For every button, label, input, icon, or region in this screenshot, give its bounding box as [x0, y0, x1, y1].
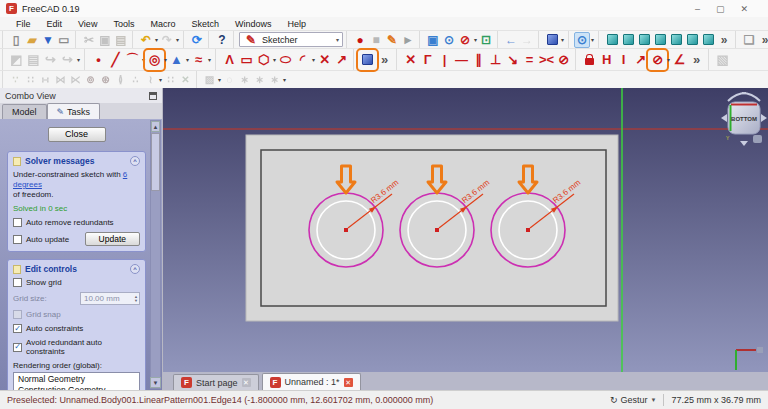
draw-style-icon[interactable]: ⊘ [457, 32, 473, 48]
3d-viewport[interactable]: R3.6 mmR3.6 mmR3.6 mm BOTTOM Y [163, 88, 768, 372]
constrain-distance-icon[interactable]: ↗ [632, 51, 649, 69]
create-rectangle-icon[interactable]: ▭ [238, 51, 255, 69]
rear-view-icon[interactable] [668, 32, 684, 48]
trim-edge-icon[interactable]: ✕ [316, 51, 333, 69]
bspline-polygon-icon[interactable]: ∷ [23, 72, 38, 87]
list-item[interactable]: Normal Geometry [18, 374, 135, 385]
switch-virtual-space-3-icon[interactable]: ∗ [267, 72, 282, 87]
sketch-plate-face[interactable] [246, 135, 618, 321]
constrain-equal-icon[interactable]: = [521, 51, 538, 69]
create-slot-icon[interactable]: ⬭ [277, 51, 294, 69]
scroll-thumb[interactable] [151, 133, 160, 191]
constrain-radius-icon-caret[interactable]: ▾ [667, 56, 670, 63]
constrain-horizontal-distance-icon[interactable]: H [598, 51, 615, 69]
list-item[interactable]: Construction Geometry [18, 385, 135, 390]
zoom-tool-icon[interactable]: ⊙ [574, 32, 590, 48]
create-fillet-icon-caret[interactable]: ▾ [312, 56, 315, 63]
undo-icon-caret[interactable]: ▾ [155, 36, 158, 43]
extend-edge-icon[interactable]: ↗ [333, 51, 350, 69]
close-button[interactable]: ✕ [740, 4, 748, 14]
cut-icon[interactable]: ✂ [81, 32, 97, 48]
macro-edit-icon[interactable]: ✎ [384, 32, 400, 48]
menu-file[interactable]: File [8, 19, 39, 29]
constrain-symmetric-icon[interactable]: >< [538, 51, 555, 69]
constrain-coincident-icon[interactable]: ✕ [402, 51, 419, 69]
restore-button[interactable]: ▢ [716, 4, 725, 14]
save-document-icon[interactable]: ▼ [40, 32, 56, 48]
avoid-redundant-checkbox[interactable]: ✓ [13, 343, 22, 352]
map-sketch-icon[interactable]: ↪ [42, 51, 59, 69]
menu-edit[interactable]: Edit [39, 19, 71, 29]
copy-icon[interactable]: ▣ [97, 32, 113, 48]
tab-unnamed-document[interactable]: F Unnamed : 1* ✕ [262, 373, 361, 390]
create-polyline-icon[interactable]: Λ [221, 51, 238, 69]
tab-close-icon[interactable]: ✕ [344, 378, 353, 387]
views-overflow-chevron[interactable]: » [716, 32, 732, 48]
update-button[interactable]: Update [85, 232, 140, 246]
nav-forward-icon[interactable]: → [519, 32, 535, 48]
right-view-icon[interactable] [652, 32, 668, 48]
decrease-degree-icon[interactable]: ∴ [128, 72, 143, 87]
toggle-construction-icon[interactable]: ▧ [714, 51, 731, 69]
spin-arrows-icon[interactable]: ▲▼ [134, 293, 138, 304]
create-circle-icon[interactable]: ◎ [146, 51, 163, 69]
axonometric-view-icon[interactable] [544, 32, 560, 48]
scroll-up-icon[interactable]: ▲ [151, 121, 160, 132]
macro-stop-icon[interactable]: ■ [368, 32, 384, 48]
constrain-tangent-icon[interactable]: ↘ [504, 51, 521, 69]
macro-play-icon[interactable]: ► [400, 32, 416, 48]
switch-virtual-space-2-icon[interactable]: ∗ [252, 72, 267, 87]
switch-virtual-space-3-icon-caret[interactable]: ▾ [283, 76, 286, 83]
select-elements-icon-caret[interactable]: ▾ [218, 76, 221, 83]
constraints-overflow-chevron[interactable]: » [688, 51, 705, 69]
bspline-multiplicity-icon[interactable]: ⋉ [68, 72, 83, 87]
circle-center-point[interactable] [344, 228, 348, 232]
undo-icon[interactable]: ↶ [138, 32, 154, 48]
create-bspline-icon[interactable]: ≈ [190, 51, 207, 69]
create-polygon-icon[interactable]: ⬡ [255, 51, 272, 69]
isometric-view-icon[interactable] [604, 32, 620, 48]
reorient-sketch-icon[interactable]: ↪ [59, 51, 76, 69]
increase-degree-icon[interactable]: ≬ [113, 72, 128, 87]
create-line-icon[interactable]: ╱ [107, 51, 124, 69]
nav-mini-cube[interactable] [753, 135, 762, 143]
grid-size-spinbox[interactable]: 10.00 mm ▲▼ [80, 292, 140, 305]
create-conic-icon[interactable]: ▲ [168, 51, 185, 69]
refresh-icon[interactable]: ⟳ [189, 32, 205, 48]
scroll-down-icon[interactable]: ▼ [150, 377, 161, 388]
create-bspline-icon-caret[interactable]: ▾ [208, 56, 211, 63]
tab-start-page[interactable]: F Start page ✕ [173, 374, 259, 390]
tab-tasks[interactable]: ✎ Tasks [47, 103, 101, 119]
bspline-pole-weight-icon[interactable]: ⊚ [83, 72, 98, 87]
constrain-lock-icon[interactable] [581, 51, 598, 69]
constrain-angle-icon[interactable]: ∠ [671, 51, 688, 69]
whats-this-icon[interactable]: ? [214, 32, 230, 48]
collapse-chevron-icon[interactable]: ^ [130, 156, 140, 166]
create-arc-icon[interactable]: ⌒ [124, 51, 141, 69]
nav-back-icon[interactable]: ← [503, 32, 519, 48]
bottom-view-icon[interactable] [684, 32, 700, 48]
auto-update-checkbox[interactable] [13, 235, 22, 244]
constrain-perpendicular-icon[interactable]: ⊥ [487, 51, 504, 69]
tab-close-icon[interactable]: ✕ [242, 378, 251, 387]
sync-view-icon[interactable]: ❏ [741, 32, 757, 48]
tab-model[interactable]: Model [2, 104, 47, 119]
macro-record-icon[interactable]: ● [352, 32, 368, 48]
insert-knot-icon[interactable]: ✕ [178, 72, 193, 87]
leave-sketch-icon[interactable]: ◩ [8, 51, 25, 69]
axonometric-view-icon-caret[interactable]: ▾ [561, 36, 564, 43]
redo-icon[interactable]: ↷ [159, 32, 175, 48]
select-origin-icon[interactable]: ◌ [222, 72, 237, 87]
increase-knot-multiplicity-icon[interactable]: ≀ [143, 72, 158, 87]
switch-virtual-space-1-icon[interactable]: ∗ [237, 72, 252, 87]
draw-style-icon-caret[interactable]: ▾ [474, 36, 477, 43]
menu-windows[interactable]: Windows [227, 19, 280, 29]
circle-center-point[interactable] [526, 228, 530, 232]
constrain-point-on-object-icon[interactable]: Γ [419, 51, 436, 69]
select-elements-icon[interactable]: ▨ [202, 72, 217, 87]
create-polygon-icon-caret[interactable]: ▾ [273, 56, 276, 63]
create-fillet-icon[interactable]: ◜ [294, 51, 311, 69]
menu-sketch[interactable]: Sketch [183, 19, 227, 29]
create-circle-icon-caret[interactable]: ▾ [164, 56, 167, 63]
show-grid-checkbox[interactable] [13, 278, 22, 287]
